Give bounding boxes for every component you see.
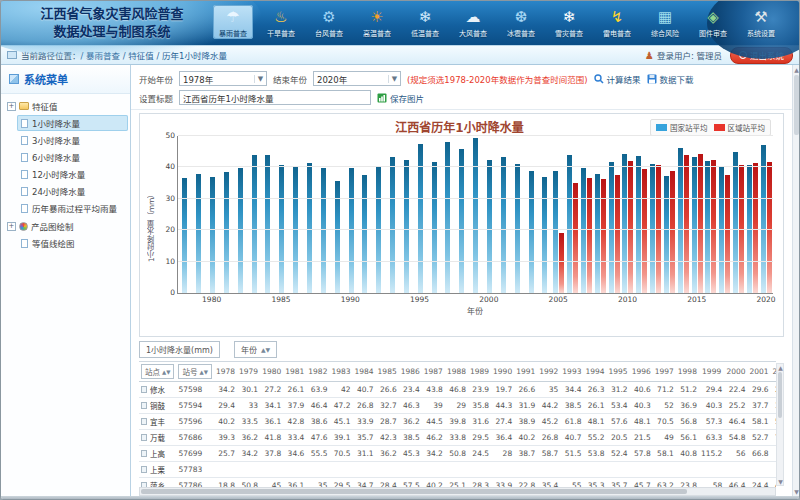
y-axis-label: 1小时降水量（mm） (146, 136, 157, 316)
value-cell: 32.7 (376, 398, 399, 414)
sidebar-group-items: 等值线绘图 (17, 235, 128, 251)
chart-title-input[interactable] (179, 90, 371, 105)
sidebar-group-1[interactable]: +产品图绘制 (3, 218, 128, 234)
rainstorm-icon: ☂ (220, 7, 246, 27)
station-name-cell[interactable]: 万载 (139, 430, 176, 446)
station-name[interactable]: 宜丰 (141, 416, 174, 427)
scroll-down-icon[interactable]: ▼ (793, 488, 800, 495)
sidebar-group-0[interactable]: +特征值 (3, 98, 128, 114)
sidebar-tree: +特征值1小时降水量3小时降水量6小时降水量12小时降水量24小时降水量历年暴雨… (1, 94, 130, 257)
download-button[interactable]: 数据下载 (647, 73, 694, 85)
toolbar-item-low-temp[interactable]: ❄低温普查 (405, 5, 445, 39)
value-cell (353, 462, 376, 478)
toolbar-item-wind[interactable]: ☁大风普查 (453, 5, 493, 39)
station-id-cell: 57783 (176, 462, 213, 478)
station-name[interactable]: 铜鼓 (141, 400, 174, 411)
value-cell: 56.8 (676, 414, 699, 430)
sidebar-item-0-2[interactable]: 6小时降水量 (17, 149, 128, 165)
sidebar-group-items: 1小时降水量3小时降水量6小时降水量12小时降水量24小时降水量历年暴雨过程平均… (17, 115, 128, 216)
sidebar-item-0-3[interactable]: 12小时降水量 (17, 166, 128, 182)
page-vertical-scrollbar[interactable]: ▲ ▼ (792, 65, 799, 496)
value-cell: 47.6 (306, 430, 329, 446)
year-filter-chip[interactable]: 年份 ▲▼ (234, 341, 277, 358)
scrollbar-thumb[interactable] (794, 75, 799, 135)
station-name-label: 上高 (150, 448, 165, 459)
toolbar-item-snow[interactable]: ❄雪灾普查 (549, 5, 589, 39)
sidebar-item-0-4[interactable]: 24小时降水量 (17, 183, 128, 199)
value-cell (560, 462, 583, 478)
document-icon (21, 239, 28, 248)
table-horizontal-scrollbar[interactable] (139, 487, 776, 496)
value-cell: 56 (724, 446, 747, 462)
bar-national-2016 (705, 161, 710, 294)
station-name[interactable]: 万载 (141, 432, 174, 443)
toolbar-item-map-review[interactable]: ◈图件审查 (693, 5, 733, 39)
value-cell: 55.2 (583, 430, 606, 446)
document-icon (21, 153, 28, 162)
station-name-cell[interactable]: 铜鼓 (139, 398, 176, 414)
toolbar-item-typhoon[interactable]: ⚙台风普查 (309, 5, 349, 39)
toolbar-item-settings[interactable]: ⚒系统设置 (741, 5, 781, 39)
value-cell: 42 (329, 382, 352, 398)
station-id-sort-chip[interactable]: 站号▲▼ (178, 364, 211, 379)
save-disk-icon (647, 74, 657, 84)
bar-group-2013 (663, 136, 677, 293)
sidebar-item-label: 等值线绘图 (32, 237, 75, 249)
expander-icon[interactable]: + (7, 222, 16, 231)
bar-regional-2007 (587, 178, 592, 293)
year-column-header: 1991 (514, 362, 537, 382)
calculator-icon: ▦ (652, 7, 678, 27)
bar-group-2004 (538, 136, 552, 293)
toolbar-item-calculator[interactable]: ▦综合风险 (645, 5, 685, 39)
scroll-up-icon[interactable]: ▲ (777, 364, 784, 371)
bar-group-2016 (704, 136, 718, 293)
toolbar-item-hail[interactable]: ❆冰雹普查 (501, 5, 541, 39)
year-column-header: 1995 (607, 362, 630, 382)
bar-national-1999 (473, 138, 478, 293)
toolbar: ☂暴雨普查♨干旱普查⚙台风普查☀高温普查❄低温普查☁大风普查❆冰雹普查❄雪灾普查… (213, 5, 781, 41)
value-cell (724, 462, 747, 478)
value-cell: 52.7 (747, 430, 770, 446)
year-column-header: 1986 (399, 362, 422, 382)
station-name-cell[interactable]: 上栗 (139, 462, 176, 478)
bars-container (178, 136, 773, 293)
station-name-cell[interactable]: 修水 (139, 382, 176, 398)
expander-icon[interactable]: + (7, 102, 16, 111)
station-name-cell[interactable]: 宜丰 (139, 414, 176, 430)
sidebar-item-0-0[interactable]: 1小时降水量 (17, 115, 128, 131)
bar-group-1994 (400, 136, 414, 293)
value-cell: 48.1 (583, 414, 606, 430)
value-cell: 31.6 (468, 414, 491, 430)
toolbar-item-drought[interactable]: ♨干旱普查 (261, 5, 301, 39)
calculate-button[interactable]: 计算结果 (594, 73, 641, 85)
table-vertical-scrollbar[interactable]: ▲ ▼ (776, 363, 784, 486)
station-name-cell[interactable]: 上高 (139, 446, 176, 462)
legend-item[interactable]: 国家站平均 (656, 122, 708, 133)
bar-group-1995 (413, 136, 427, 293)
scrollbar-thumb[interactable] (141, 489, 687, 494)
sidebar-item-0-5[interactable]: 历年暴雨过程平均雨量 (17, 200, 128, 216)
station-name[interactable]: 修水 (141, 384, 174, 395)
toolbar-item-high-temp[interactable]: ☀高温普查 (357, 5, 397, 39)
station-name[interactable]: 上高 (141, 448, 174, 459)
toolbar-item-label: 高温普查 (363, 28, 391, 38)
bar-group-2011 (635, 136, 649, 293)
toolbar-item-rainstorm[interactable]: ☂暴雨普查 (213, 5, 253, 39)
start-year-select[interactable]: 1978年 ▼ (179, 71, 267, 86)
year-column-header: 1999 (699, 362, 724, 382)
station-marker-icon (141, 450, 147, 457)
end-year-select[interactable]: 2020年 ▼ (313, 71, 401, 86)
save-image-button[interactable]: 保存图片 (377, 92, 424, 104)
scrollbar-thumb[interactable] (778, 372, 782, 418)
station-sort-chip[interactable]: 站点▲▼ (141, 364, 174, 379)
toolbar-item-lightning[interactable]: ↯雷电普查 (597, 5, 637, 39)
station-name[interactable]: 上栗 (141, 464, 174, 475)
scroll-up-icon[interactable]: ▲ (793, 66, 800, 73)
sidebar-item-0-1[interactable]: 3小时降水量 (17, 132, 128, 148)
scroll-down-icon[interactable]: ▼ (777, 478, 784, 485)
app-header: 江西省气象灾害风险普查 数据处理与制图系统 ☂暴雨普查♨干旱普查⚙台风普查☀高温… (1, 1, 799, 45)
sidebar-item-1-0[interactable]: 等值线绘图 (17, 235, 128, 251)
legend-item[interactable]: 区域站平均 (714, 122, 766, 133)
year-column-header: 1988 (445, 362, 468, 382)
metric-filter-chip[interactable]: 1小时降水量(mm) (139, 341, 220, 358)
